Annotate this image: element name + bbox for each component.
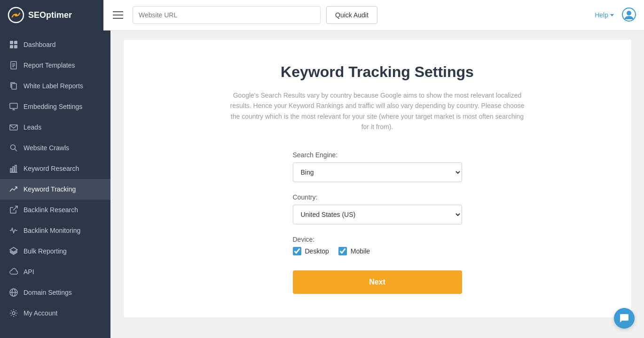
svg-rect-6 xyxy=(10,45,13,48)
content-area: Keyword Tracking Settings Google's Searc… xyxy=(110,31,644,338)
help-button[interactable]: Help xyxy=(595,11,614,19)
mobile-checkbox[interactable] xyxy=(338,247,347,255)
logo-icon xyxy=(8,7,24,23)
mobile-checkbox-label[interactable]: Mobile xyxy=(338,247,370,255)
search-engine-select[interactable]: Google Bing Yahoo xyxy=(293,162,462,182)
header-right: Help xyxy=(595,7,636,23)
user-icon xyxy=(621,7,636,22)
sidebar-label-white-label-reports: White Label Reports xyxy=(24,82,83,90)
bar-chart-icon xyxy=(9,164,18,173)
sidebar-item-embedding-settings[interactable]: Embedding Settings xyxy=(0,96,110,117)
sidebar-label-backlink-monitoring: Backlink Monitoring xyxy=(24,227,80,234)
search-engine-label: Search Engine: xyxy=(293,151,462,159)
sidebar-item-backlink-research[interactable]: Backlink Research xyxy=(0,200,110,220)
cloud-icon xyxy=(9,268,18,276)
url-input[interactable] xyxy=(133,6,321,24)
sidebar-item-report-templates[interactable]: Report Templates xyxy=(0,55,110,76)
main-layout: Dashboard Report Templates White Label R… xyxy=(0,31,644,338)
page-description: Google's Search Results vary by country … xyxy=(227,90,528,132)
file-text-icon xyxy=(9,61,18,69)
page-title: Keyword Tracking Settings xyxy=(142,63,613,81)
sidebar-label-backlink-research: Backlink Research xyxy=(24,206,78,214)
logo-area: SEOptimer xyxy=(0,0,103,31)
svg-rect-22 xyxy=(15,165,16,172)
sidebar-label-embedding-settings: Embedding Settings xyxy=(24,103,82,110)
sidebar-label-website-crawls: Website Crawls xyxy=(24,144,69,152)
hamburger-line-1 xyxy=(113,11,123,12)
chat-bubble-button[interactable] xyxy=(614,308,635,329)
svg-line-23 xyxy=(13,206,17,210)
device-checkboxes: Desktop Mobile xyxy=(293,247,462,255)
settings-form: Search Engine: Google Bing Yahoo Country… xyxy=(293,151,462,294)
next-button[interactable]: Next xyxy=(293,270,462,294)
sidebar-item-keyword-tracking[interactable]: Keyword Tracking xyxy=(0,179,110,200)
sidebar-item-my-account[interactable]: My Account xyxy=(0,303,110,323)
sidebar-label-report-templates: Report Templates xyxy=(24,61,75,69)
svg-rect-13 xyxy=(10,103,17,108)
external-link-icon xyxy=(9,206,18,214)
sidebar-label-dashboard: Dashboard xyxy=(24,41,56,48)
sidebar-label-my-account: My Account xyxy=(24,309,57,317)
svg-rect-20 xyxy=(10,169,12,172)
svg-rect-12 xyxy=(12,84,16,89)
sidebar-label-keyword-tracking: Keyword Tracking xyxy=(24,185,76,193)
svg-point-3 xyxy=(627,11,631,15)
desktop-checkbox[interactable] xyxy=(293,247,301,255)
grid-icon xyxy=(9,40,18,49)
sidebar-label-api: API xyxy=(24,268,34,276)
device-group: Device: Desktop Mobile xyxy=(293,236,462,255)
logo-text: SEOptimer xyxy=(28,10,72,20)
quick-audit-button[interactable]: Quick Audit xyxy=(326,6,377,24)
svg-point-1 xyxy=(15,14,17,16)
settings-icon xyxy=(9,309,18,317)
svg-rect-7 xyxy=(14,45,17,48)
sidebar-item-api[interactable]: API xyxy=(0,261,110,282)
sidebar-label-keyword-research: Keyword Research xyxy=(24,165,79,172)
hamburger-line-2 xyxy=(113,15,123,15)
sidebar-item-bulk-reporting[interactable]: Bulk Reporting xyxy=(0,241,110,261)
hamburger-line-3 xyxy=(113,18,123,19)
sidebar-label-leads: Leads xyxy=(24,123,41,131)
chevron-down-icon xyxy=(610,14,614,16)
svg-point-28 xyxy=(12,312,15,315)
search-icon xyxy=(9,144,18,152)
svg-rect-5 xyxy=(14,41,17,44)
svg-rect-4 xyxy=(10,41,13,44)
copy-icon xyxy=(9,82,18,90)
globe-icon xyxy=(9,288,18,297)
settings-card: Keyword Tracking Settings Google's Searc… xyxy=(124,40,631,317)
layers-icon xyxy=(9,247,18,255)
monitor-icon xyxy=(9,102,18,111)
search-engine-group: Search Engine: Google Bing Yahoo xyxy=(293,151,462,182)
sidebar-label-domain-settings: Domain Settings xyxy=(24,289,72,296)
device-label: Device: xyxy=(293,236,462,243)
user-profile-button[interactable] xyxy=(621,7,636,23)
sidebar-item-white-label-reports[interactable]: White Label Reports xyxy=(0,76,110,96)
sidebar-item-dashboard[interactable]: Dashboard xyxy=(0,34,110,55)
svg-rect-21 xyxy=(13,167,14,172)
sidebar-item-keyword-research[interactable]: Keyword Research xyxy=(0,158,110,179)
sidebar-item-website-crawls[interactable]: Website Crawls xyxy=(0,138,110,158)
svg-line-18 xyxy=(15,149,17,151)
hamburger-button[interactable] xyxy=(109,8,127,23)
mobile-label: Mobile xyxy=(351,247,370,255)
activity-icon xyxy=(9,226,18,235)
desktop-label: Desktop xyxy=(305,247,329,255)
country-select[interactable]: United States (US) United Kingdom (GB) A… xyxy=(293,205,462,224)
chat-icon xyxy=(619,313,629,323)
desktop-checkbox-label[interactable]: Desktop xyxy=(293,247,329,255)
header: SEOptimer Quick Audit Help xyxy=(0,0,644,31)
trending-up-icon xyxy=(9,185,18,193)
country-label: Country: xyxy=(293,193,462,201)
country-group: Country: United States (US) United Kingd… xyxy=(293,193,462,224)
sidebar-item-domain-settings[interactable]: Domain Settings xyxy=(0,282,110,303)
sidebar: Dashboard Report Templates White Label R… xyxy=(0,31,110,338)
sidebar-item-backlink-monitoring[interactable]: Backlink Monitoring xyxy=(0,220,110,241)
mail-icon xyxy=(9,123,18,131)
sidebar-item-leads[interactable]: Leads xyxy=(0,117,110,138)
help-label: Help xyxy=(595,11,608,19)
sidebar-label-bulk-reporting: Bulk Reporting xyxy=(24,247,67,255)
